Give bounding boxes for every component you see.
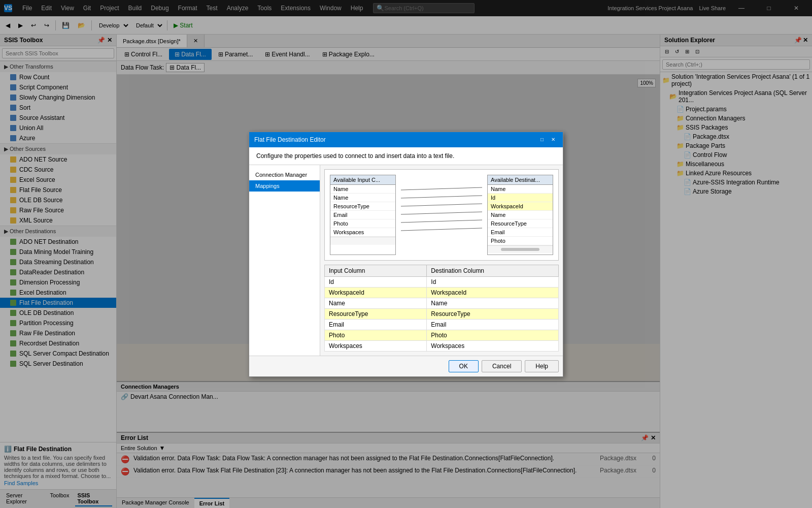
dest-cell-3[interactable]: ResourceType <box>427 308 559 319</box>
dest-column-header: Destination Column <box>427 265 559 276</box>
mapping-row-3: ResourceTypeResourceType <box>325 308 559 319</box>
input-col-workspaces: Workspaces <box>330 228 395 237</box>
flat-file-destination-dialog: Flat File Destination Editor □ ✕ Configu… <box>249 132 563 377</box>
input-col-name1: Name <box>330 185 395 194</box>
input-cell-6[interactable]: Workspaces <box>325 340 427 351</box>
mapping-row-6: WorkspacesWorkspaces <box>325 340 559 351</box>
input-cell-1[interactable]: WorkspaceId <box>325 287 427 298</box>
input-col-restype: ResourceType <box>330 202 395 211</box>
dest-cell-5[interactable]: Photo <box>427 330 559 340</box>
dialog-title: Flat File Destination Editor <box>254 136 326 143</box>
dialog-nav-item-0[interactable]: Connection Manager <box>249 169 320 180</box>
mapping-lines-area <box>401 170 482 260</box>
input-cell-5[interactable]: Photo <box>325 330 427 340</box>
dest-cell-2[interactable]: Name <box>427 298 559 308</box>
dest-columns-box: Available Destinat... Name Id WorkspaceI… <box>487 175 553 255</box>
mapping-table: Input Column Destination Column IdIdWork… <box>324 265 559 352</box>
dest-cell-4[interactable]: Email <box>427 319 559 330</box>
dialog-nav-item-1[interactable]: Mappings <box>249 180 320 192</box>
cancel-button[interactable]: Cancel <box>482 360 522 372</box>
dialog-maximize-button[interactable]: □ <box>537 135 547 144</box>
dest-col-photo: Photo <box>488 237 553 245</box>
dialog-titlebar: Flat File Destination Editor □ ✕ <box>249 132 563 147</box>
dest-col-workspaceid: WorkspaceId <box>488 202 553 211</box>
dialog-overlay: Flat File Destination Editor □ ✕ Configu… <box>0 0 812 508</box>
input-col-name2: Name <box>330 194 395 202</box>
mapping-row-2: NameName <box>325 298 559 308</box>
input-cell-2[interactable]: Name <box>325 298 427 308</box>
input-col-photo: Photo <box>330 219 395 228</box>
dest-col-email: Email <box>488 228 553 237</box>
input-cell-4[interactable]: Email <box>325 319 427 330</box>
input-columns-header: Available Input C... <box>330 175 395 185</box>
mapping-lines-svg <box>401 170 482 260</box>
dialog-footer: OK Cancel Help <box>249 356 563 376</box>
input-columns-box: Available Input C... Name Name ResourceT… <box>330 175 396 255</box>
mapping-row-4: EmailEmail <box>325 319 559 330</box>
input-col-email: Email <box>330 211 395 219</box>
ok-button[interactable]: OK <box>449 360 479 372</box>
svg-line-5 <box>401 228 482 231</box>
input-column-header: Input Column <box>325 265 427 276</box>
dest-col-scrollbar[interactable] <box>488 245 553 253</box>
mapping-row-0: IdId <box>325 276 559 287</box>
dialog-main-area: Available Input C... Name Name ResourceT… <box>320 165 563 356</box>
dialog-nav: Connection ManagerMappings <box>249 165 320 356</box>
dialog-body: Configure the properties used to connect… <box>249 147 563 356</box>
dialog-description: Configure the properties used to connect… <box>249 147 563 165</box>
mapping-row-1: WorkspaceIdWorkspaceId <box>325 287 559 298</box>
input-cell-0[interactable]: Id <box>325 276 427 287</box>
mapping-row-5: PhotoPhoto <box>325 330 559 340</box>
dest-cell-6[interactable]: Workspaces <box>427 340 559 351</box>
dest-col-restype: ResourceType <box>488 219 553 228</box>
svg-line-1 <box>401 196 482 198</box>
dialog-content: Connection ManagerMappings Available Inp… <box>249 165 563 356</box>
dest-col-name2: Name <box>488 211 553 219</box>
svg-line-0 <box>401 187 482 190</box>
help-button[interactable]: Help <box>525 360 559 372</box>
svg-line-4 <box>401 220 482 223</box>
mapping-visual: Available Input C... Name Name ResourceT… <box>324 169 559 261</box>
dialog-titlebar-buttons: □ ✕ <box>537 135 558 144</box>
dialog-close-button[interactable]: ✕ <box>549 135 558 144</box>
dest-col-name: Name <box>488 185 553 194</box>
input-col-scrollbar[interactable] <box>330 237 395 245</box>
dest-cell-0[interactable]: Id <box>427 276 559 287</box>
dest-cell-1[interactable]: WorkspaceId <box>427 287 559 298</box>
dest-columns-header: Available Destinat... <box>488 175 553 185</box>
svg-line-2 <box>401 204 482 206</box>
input-cell-3[interactable]: ResourceType <box>325 308 427 319</box>
dest-col-id: Id <box>488 194 553 202</box>
svg-line-3 <box>401 212 482 214</box>
